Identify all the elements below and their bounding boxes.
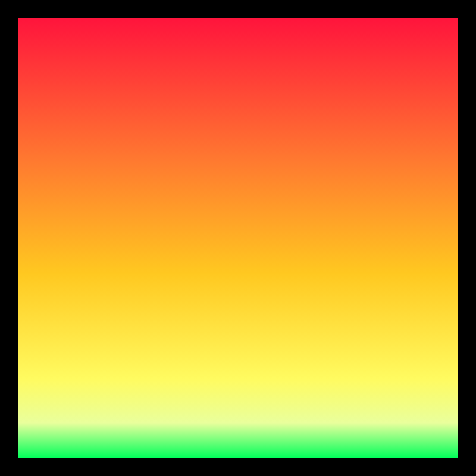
- plot-area: [18, 18, 458, 458]
- outer-frame: [0, 0, 476, 476]
- chart-canvas: [18, 18, 458, 458]
- gradient-background: [18, 18, 458, 458]
